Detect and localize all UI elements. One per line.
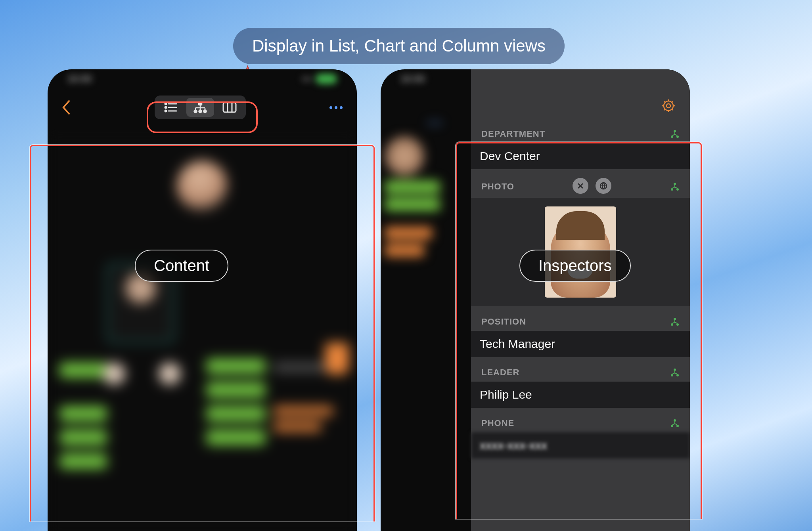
leader-label: LEADER	[471, 359, 690, 382]
svg-point-19	[666, 104, 670, 108]
hierarchy-icon	[193, 101, 207, 113]
hierarchy-link-icon[interactable]	[670, 317, 680, 327]
svg-point-33	[671, 188, 673, 191]
content-area	[48, 129, 357, 531]
svg-point-28	[674, 130, 676, 132]
department-field[interactable]: Dev Center	[471, 143, 690, 169]
svg-point-42	[671, 425, 673, 427]
list-icon	[164, 102, 178, 113]
svg-point-0	[165, 103, 167, 105]
columns-icon	[222, 102, 237, 113]
toolbar	[48, 88, 357, 129]
svg-point-29	[671, 136, 673, 138]
label-content: Content	[135, 250, 228, 282]
svg-point-14	[203, 110, 206, 113]
photo-globe-button[interactable]	[596, 178, 611, 194]
svg-point-30	[676, 136, 679, 138]
phone-field[interactable]: xxxx-xxx-xxx	[471, 432, 690, 458]
department-label: DEPARTMENT	[471, 121, 690, 143]
svg-point-37	[676, 323, 679, 326]
gear-icon[interactable]	[661, 98, 676, 114]
svg-rect-6	[199, 102, 202, 105]
view-segmented-control[interactable]	[155, 96, 246, 119]
position-label: POSITION	[471, 309, 690, 331]
more-button[interactable]	[428, 122, 471, 124]
svg-line-24	[664, 101, 665, 103]
svg-point-32	[674, 183, 676, 185]
svg-point-2	[165, 107, 167, 108]
column-view-button[interactable]	[216, 98, 243, 117]
status-signal: •••	[302, 73, 312, 84]
content-peek	[381, 117, 471, 531]
svg-point-34	[676, 188, 679, 191]
status-battery	[316, 74, 337, 84]
back-icon[interactable]	[62, 100, 71, 115]
svg-line-26	[664, 109, 665, 110]
hierarchy-link-icon[interactable]	[670, 418, 680, 428]
svg-point-13	[199, 110, 201, 113]
leader-field[interactable]: Philip Lee	[471, 382, 690, 408]
phone-label: PHONE	[471, 410, 690, 432]
svg-point-40	[676, 374, 679, 376]
svg-point-36	[671, 323, 673, 326]
hierarchy-link-icon[interactable]	[670, 182, 680, 191]
photo-label: PHOTO	[471, 172, 690, 198]
status-bar: 10:00 •••	[48, 69, 357, 88]
svg-point-12	[194, 110, 197, 113]
position-field[interactable]: Tech Manager	[471, 331, 690, 357]
svg-rect-15	[223, 103, 236, 112]
chart-view-button[interactable]	[186, 98, 214, 117]
hierarchy-link-icon[interactable]	[670, 368, 680, 377]
phone-content: 10:00 •••	[48, 69, 357, 531]
svg-point-43	[676, 425, 679, 427]
svg-point-35	[674, 318, 676, 320]
label-inspectors: Inspectors	[519, 250, 631, 282]
status-time: 10:00	[67, 73, 92, 84]
phone-inspector: 10:00 ••• DEPARTMENT Dev Center PHOTO	[381, 69, 690, 531]
hierarchy-link-icon[interactable]	[670, 129, 680, 139]
more-button[interactable]	[329, 106, 343, 109]
callout-views: Display in List, Chart and Column views	[233, 28, 565, 64]
photo-remove-button[interactable]	[573, 178, 588, 194]
svg-point-38	[674, 369, 676, 371]
inspector-panel: DEPARTMENT Dev Center PHOTO POSITION Tec…	[471, 69, 690, 531]
list-view-button[interactable]	[157, 98, 185, 117]
svg-point-4	[165, 110, 167, 112]
svg-point-41	[674, 419, 676, 422]
svg-line-25	[672, 109, 673, 110]
status-time: 10:00	[400, 73, 425, 84]
svg-line-27	[672, 101, 673, 103]
svg-point-39	[671, 374, 673, 376]
